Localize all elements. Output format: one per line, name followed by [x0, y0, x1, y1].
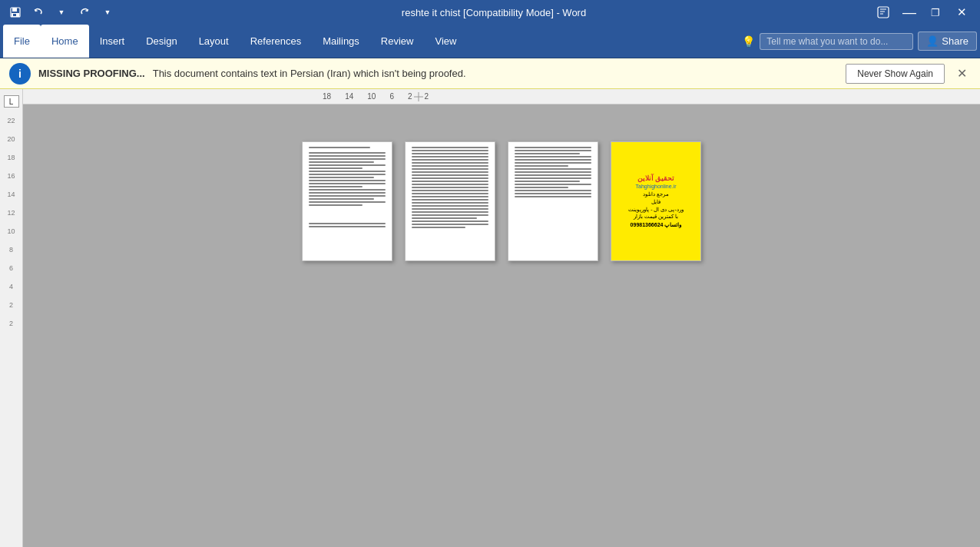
- page-3-content: [508, 142, 598, 202]
- undo-dropdown-icon[interactable]: ▼: [52, 3, 71, 22]
- customize-icon[interactable]: ▼: [98, 3, 117, 22]
- proofing-message: This document contains text in Persian (…: [153, 68, 839, 79]
- ad-phone: واتساپ 09981366624: [631, 222, 682, 228]
- info-bar: i MISSING PROOFING... This document cont…: [0, 58, 980, 89]
- person-icon: 👤: [926, 35, 939, 47]
- info-close-button[interactable]: ✕: [952, 65, 971, 83]
- never-show-again-button[interactable]: Never Show Again: [846, 64, 945, 84]
- tab-selector[interactable]: L: [4, 95, 19, 108]
- tab-mailings[interactable]: Mailings: [312, 25, 370, 58]
- title-bar: ▼ ▼ reshte it chist [Compatibility Mode]…: [0, 0, 980, 25]
- page-1[interactable]: [302, 141, 392, 261]
- save-icon[interactable]: [6, 3, 25, 22]
- page-4-ad: تحقیق آنلاین Tahghighonline.ir مرجع دانل…: [611, 142, 700, 260]
- ribbon-search-area: 💡 👤 Share: [742, 31, 977, 51]
- tab-insert[interactable]: Insert: [89, 25, 136, 58]
- lightbulb-icon: 💡: [742, 35, 755, 48]
- ad-website: Tahghighonline.ir: [636, 184, 677, 189]
- close-button[interactable]: ✕: [949, 2, 974, 23]
- help-icon[interactable]: [871, 2, 896, 23]
- document-area: L 22 20 18 16 14 12 10 8 6 4 2 2 18 14 1…: [0, 89, 980, 547]
- tab-design[interactable]: Design: [135, 25, 187, 58]
- quick-access-toolbar: ▼ ▼: [6, 3, 117, 22]
- tab-file[interactable]: File: [3, 25, 41, 58]
- top-ruler: 18 14 10 6 2 2: [23, 89, 980, 104]
- restore-button[interactable]: ❐: [923, 2, 948, 23]
- svg-rect-1: [12, 8, 17, 12]
- redo-icon[interactable]: [75, 3, 94, 22]
- tab-layout[interactable]: Layout: [188, 25, 240, 58]
- page-4[interactable]: تحقیق آنلاین Tahghighonline.ir مرجع دانل…: [611, 141, 701, 261]
- document-canvas[interactable]: 18 14 10 6 2 2: [23, 89, 980, 547]
- tab-view[interactable]: View: [424, 25, 467, 58]
- page-2[interactable]: [405, 141, 495, 261]
- page-1-content: [303, 142, 392, 232]
- tab-references[interactable]: References: [240, 25, 312, 58]
- ad-body: مرجع دانلود فایل ورد-پی دی ال - پاورپوین…: [628, 191, 683, 220]
- tab-home[interactable]: Home: [41, 25, 89, 58]
- window-title: reshte it chist [Compatibility Mode] - W…: [117, 7, 871, 18]
- tell-me-input[interactable]: [760, 33, 913, 50]
- left-ruler: L 22 20 18 16 14 12 10 8 6 4 2 2: [0, 89, 23, 547]
- page-3[interactable]: [508, 141, 598, 261]
- share-button[interactable]: 👤 Share: [918, 31, 977, 51]
- window-controls: — ❐ ✕: [871, 2, 974, 23]
- svg-rect-4: [878, 7, 889, 18]
- minimize-button[interactable]: —: [897, 2, 922, 23]
- page-2-content: [406, 142, 495, 233]
- ad-title: تحقیق آنلاین: [637, 174, 675, 182]
- svg-rect-3: [13, 14, 16, 16]
- pages-row: تحقیق آنلاین Tahghighonline.ir مرجع دانل…: [302, 141, 701, 261]
- undo-icon[interactable]: [29, 3, 48, 22]
- missing-proofing-title: MISSING PROOFING...: [38, 68, 145, 79]
- ribbon: File Home Insert Design Layout Reference…: [0, 25, 980, 58]
- ruler-number-list: 22 20 18 16 14 12 10 8 6 4 2 2: [7, 117, 15, 327]
- tab-review[interactable]: Review: [370, 25, 425, 58]
- info-icon: i: [9, 63, 31, 85]
